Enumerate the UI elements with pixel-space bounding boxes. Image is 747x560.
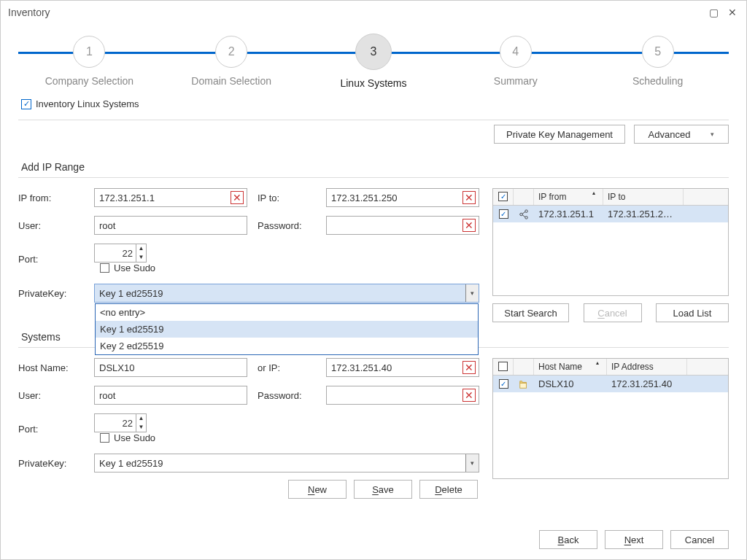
top-button-row: Private Key Management Advanced xyxy=(18,120,729,154)
privatekey-dropdown: <no entry> Key 1 ed25519 Key 2 ed25519 xyxy=(95,303,479,355)
step-company[interactable]: 1 Company Selection xyxy=(18,34,160,89)
delete-button[interactable]: Delete xyxy=(419,480,478,499)
port-label: Port: xyxy=(18,254,84,265)
sys-privatekey-combo[interactable]: Key 1 ed25519 ▾ xyxy=(94,454,479,472)
password-input[interactable]: ✕ xyxy=(326,216,479,235)
chevron-down-icon[interactable]: ▼ xyxy=(136,253,146,262)
save-button[interactable]: Save xyxy=(354,480,412,499)
sys-user-input[interactable]: root xyxy=(94,386,247,405)
inventory-dialog: Inventory ▢ ✕ 1 Company Selection 2 Doma… xyxy=(0,0,747,560)
chevron-down-icon[interactable]: ▼ xyxy=(136,423,146,432)
chevron-up-icon[interactable]: ▲ xyxy=(136,414,146,423)
select-all-checkbox[interactable]: ✓ xyxy=(493,189,514,205)
share-icon xyxy=(519,209,529,219)
inventory-linux-checkbox[interactable]: ✓ xyxy=(21,99,31,109)
svg-rect-5 xyxy=(520,383,527,388)
sys-port-stepper[interactable]: 22 ▲▼ xyxy=(94,413,147,432)
or-ip-label: or IP: xyxy=(258,362,316,373)
clear-icon[interactable]: ✕ xyxy=(231,191,244,204)
user-label: User: xyxy=(18,220,84,231)
privatekey-combo[interactable]: Key 1 ed25519 ▾ <no entry> Key 1 ed25519… xyxy=(94,284,479,303)
advanced-button[interactable]: Advanced xyxy=(634,125,729,144)
col-ip-from[interactable]: IP from▴ xyxy=(534,189,603,205)
hostname-input[interactable]: DSLX10 xyxy=(94,358,247,377)
private-key-management-button[interactable]: Private Key Management xyxy=(494,125,625,144)
chevron-up-icon[interactable]: ▲ xyxy=(136,244,146,253)
sys-privatekey-label: PrivateKey: xyxy=(18,458,84,469)
row-checkbox[interactable]: ✓ xyxy=(499,379,508,389)
next-button[interactable]: Next xyxy=(605,530,663,549)
clear-icon[interactable]: ✕ xyxy=(462,389,476,402)
cancel-search-button: Cancel xyxy=(584,303,642,322)
clear-icon[interactable]: ✕ xyxy=(462,219,476,232)
add-ip-range-title: Add IP Range xyxy=(18,154,729,176)
port-stepper[interactable]: 22 ▲▼ xyxy=(94,244,147,262)
close-icon[interactable]: ✕ xyxy=(726,6,739,19)
sys-use-sudo-checkbox[interactable]: Use Sudo xyxy=(100,432,155,443)
maximize-icon[interactable]: ▢ xyxy=(707,6,720,19)
pk-option-key2[interactable]: Key 2 ed25519 xyxy=(96,338,478,354)
pk-option-none[interactable]: <no entry> xyxy=(96,304,478,321)
chevron-down-icon[interactable]: ▾ xyxy=(465,284,479,302)
inventory-linux-checkbox-row: ✓ Inventory Linux Systems xyxy=(18,93,729,120)
host-icon xyxy=(519,379,529,389)
sys-password-label: Password: xyxy=(258,390,316,401)
svg-point-1 xyxy=(520,213,523,216)
col-ip-address[interactable]: IP Address xyxy=(607,359,687,375)
load-list-button[interactable]: Load List xyxy=(656,303,729,322)
ip-input[interactable]: 172.31.251.40✕ xyxy=(326,358,479,377)
privatekey-label: PrivateKey: xyxy=(18,288,84,299)
table-row[interactable]: ✓ 172.31.251.1 172.31.251.2… xyxy=(493,206,728,222)
row-checkbox[interactable]: ✓ xyxy=(499,209,508,219)
pk-option-key1[interactable]: Key 1 ed25519 xyxy=(96,321,478,338)
ip-to-label: IP to: xyxy=(258,192,316,203)
ip-from-label: IP from: xyxy=(18,192,84,203)
password-label: Password: xyxy=(258,220,316,231)
window-title: Inventory xyxy=(8,1,50,24)
svg-point-2 xyxy=(525,216,528,219)
sys-port-label: Port: xyxy=(18,424,84,435)
ip-to-input[interactable]: 172.31.251.250✕ xyxy=(326,188,479,207)
ip-from-input[interactable]: 172.31.251.1✕ xyxy=(94,188,247,207)
hostname-label: Host Name: xyxy=(18,362,84,373)
chevron-down-icon[interactable]: ▾ xyxy=(465,454,479,472)
col-ip-to[interactable]: IP to xyxy=(603,189,684,205)
step-scheduling[interactable]: 5 Scheduling xyxy=(587,34,729,89)
user-input[interactable]: root xyxy=(94,216,247,235)
svg-line-4 xyxy=(522,214,525,217)
wizard-steps: 1 Company Selection 2 Domain Selection 3… xyxy=(18,34,729,88)
use-sudo-checkbox[interactable]: Use Sudo xyxy=(100,262,155,273)
titlebar: Inventory ▢ ✕ xyxy=(1,1,746,24)
wizard-cancel-button[interactable]: Cancel xyxy=(670,530,729,549)
sys-select-all-checkbox[interactable] xyxy=(493,359,514,375)
step-domain[interactable]: 2 Domain Selection xyxy=(160,34,303,89)
new-button[interactable]: New xyxy=(288,480,347,499)
sys-password-input[interactable]: ✕ xyxy=(326,386,479,405)
window-controls: ▢ ✕ xyxy=(704,1,739,24)
clear-icon[interactable]: ✕ xyxy=(462,191,476,204)
start-search-button[interactable]: Start Search xyxy=(492,303,569,322)
systems-table: Host Name▴ IP Address ✓ DSLX10 172.31.25… xyxy=(492,358,729,479)
step-linux[interactable]: 3 Linux Systems xyxy=(303,34,445,89)
clear-icon[interactable]: ✕ xyxy=(462,361,476,374)
wizard-footer: Back Next Cancel xyxy=(539,530,729,549)
step-summary[interactable]: 4 Summary xyxy=(444,34,587,89)
table-row[interactable]: ✓ DSLX10 172.31.251.40 xyxy=(493,376,728,392)
ip-range-table: ✓ IP from▴ IP to ✓ 172.31.251.1 172.31.2… xyxy=(492,188,729,296)
back-button[interactable]: Back xyxy=(539,530,597,549)
col-hostname[interactable]: Host Name▴ xyxy=(534,359,607,375)
svg-line-3 xyxy=(522,211,525,214)
sys-user-label: User: xyxy=(18,390,84,401)
svg-marker-6 xyxy=(520,381,527,383)
inventory-linux-label: Inventory Linux Systems xyxy=(36,98,139,109)
svg-point-0 xyxy=(525,209,528,212)
